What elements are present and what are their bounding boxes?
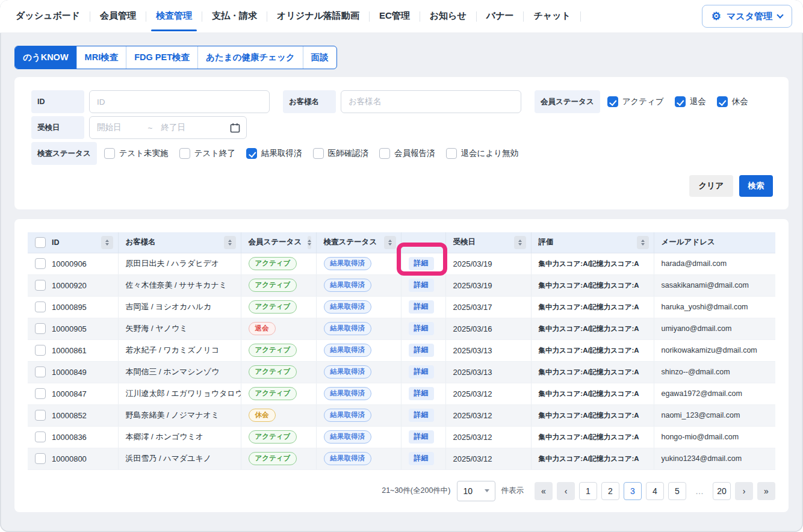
member-status-checkbox-3[interactable]: [717, 96, 728, 107]
nav-item-4[interactable]: 支払・請求: [205, 0, 264, 32]
detail-button[interactable]: 詳細: [409, 452, 434, 465]
search-button[interactable]: 検索: [739, 175, 773, 197]
date-range-input[interactable]: 開始日 ~ 終了日: [89, 116, 247, 139]
test-status-option-6[interactable]: 退会により無効: [446, 148, 518, 159]
page-nav-button-2[interactable]: ‹: [557, 482, 575, 500]
test-status-checkbox-6[interactable]: [446, 148, 457, 159]
page-button-5[interactable]: 5: [668, 482, 686, 500]
calendar-icon[interactable]: [230, 123, 240, 133]
row-checkbox[interactable]: [35, 302, 46, 312]
cell-test-status: 結果取得済: [316, 448, 401, 469]
column-label-email: メールアドレス: [662, 237, 715, 247]
subtab-5[interactable]: 面談: [303, 46, 336, 69]
test-status-option-3[interactable]: 結果取得済: [246, 148, 302, 159]
sort-icon[interactable]: [308, 236, 311, 249]
page-nav-button-1[interactable]: «: [535, 482, 553, 500]
test-status-checkbox-5[interactable]: [379, 148, 390, 159]
table-body: 10000906原田日出夫 / ハラダヒデオアクティブ結果取得済詳細2025/0…: [28, 253, 775, 469]
page-size-unit-label: 件表示: [501, 486, 524, 496]
column-label-test_status: 検査ステータス: [324, 237, 377, 247]
cell-customer-name: 佐々木佳奈美 / ササキカナミ: [118, 274, 241, 296]
clear-button[interactable]: クリア: [689, 175, 733, 197]
subtab-4[interactable]: あたまの健康チェック: [198, 46, 303, 69]
page-button-2[interactable]: 2: [601, 482, 619, 500]
nav-item-1[interactable]: ダッシュボード: [9, 0, 87, 32]
test-status-badge: 結果取得済: [324, 430, 372, 444]
column-header-name: お客様名: [118, 232, 241, 253]
table-row-6: 10000849本間信三 / ホンマシンゾウアクティブ結果取得済詳細2025/0…: [28, 361, 775, 383]
customer-name-input[interactable]: お客様名: [341, 90, 521, 113]
row-checkbox[interactable]: [35, 258, 46, 269]
cell-id: 10000861: [28, 339, 118, 361]
cell-customer-name: 江川遼太郎 / エガワリョウタロウ: [118, 383, 241, 404]
page-button-20[interactable]: 20: [713, 482, 731, 500]
test-status-option-4[interactable]: 医師確認済: [313, 148, 369, 159]
test-status-option-1[interactable]: テスト未実施: [104, 148, 169, 159]
member-status-checkbox-2[interactable]: [675, 96, 686, 107]
page-size-select[interactable]: 10: [457, 481, 495, 501]
row-checkbox[interactable]: [35, 367, 46, 377]
sort-icon[interactable]: [514, 236, 526, 249]
member-status-checkbox-1[interactable]: [607, 96, 618, 107]
filter-row-2: 受検日 開始日 ~ 終了日: [31, 116, 773, 139]
detail-button[interactable]: 詳細: [409, 409, 434, 422]
nav-item-2[interactable]: 会員管理: [93, 0, 143, 32]
nav-item-9[interactable]: チャット: [527, 0, 577, 32]
cell-member-status: アクティブ: [241, 361, 316, 383]
test-status-option-5[interactable]: 会員報告済: [379, 148, 435, 159]
test-status-checkbox-3[interactable]: [246, 148, 257, 159]
page-button-3[interactable]: 3: [624, 482, 642, 500]
nav-item-7[interactable]: お知らせ: [423, 0, 473, 32]
test-status-checkbox-4[interactable]: [313, 148, 324, 159]
subtab-2[interactable]: MRI検査: [77, 46, 127, 69]
cell-score: 集中力スコア:A/記憶力スコア:A: [531, 426, 654, 448]
nav-item-8[interactable]: バナー: [480, 0, 521, 32]
detail-button[interactable]: 詳細: [409, 322, 434, 335]
subtab-3[interactable]: FDG PET検査: [126, 46, 198, 69]
detail-button[interactable]: 詳細: [409, 365, 434, 379]
cell-detail: 詳細: [401, 318, 445, 339]
nav-item-3[interactable]: 検査管理: [149, 0, 199, 32]
test-status-option-label: テスト未実施: [119, 148, 169, 159]
page-size-value: 10: [464, 486, 473, 496]
nav-item-6[interactable]: EC管理: [373, 0, 417, 32]
cell-detail: 詳細: [401, 339, 445, 361]
page-nav-button-10[interactable]: ›: [735, 482, 753, 500]
row-checkbox[interactable]: [35, 345, 46, 356]
nav-item-5[interactable]: オリジナル落語動画: [270, 0, 366, 32]
member-status-option-1[interactable]: アクティブ: [607, 96, 664, 107]
test-status-option-2[interactable]: テスト終了: [179, 148, 235, 159]
test-status-checkbox-2[interactable]: [179, 148, 190, 159]
sort-desc-arrow: [388, 243, 392, 246]
select-all-checkbox[interactable]: [35, 237, 46, 248]
cell-score: 集中力スコア:A/記憶力スコア:A: [531, 253, 654, 274]
row-checkbox[interactable]: [35, 323, 46, 334]
page-button-1[interactable]: 1: [579, 482, 597, 500]
test-status-checkbox-1[interactable]: [104, 148, 115, 159]
master-admin-button[interactable]: ⚙ マスタ管理: [702, 5, 792, 28]
row-checkbox[interactable]: [35, 410, 46, 421]
cell-score: 集中力スコア:A/記憶力スコア:A: [531, 383, 654, 404]
subtab-1[interactable]: のうKNOW: [15, 46, 77, 69]
sort-icon[interactable]: [101, 236, 113, 249]
row-checkbox[interactable]: [35, 453, 46, 464]
member-status-option-2[interactable]: 退会: [675, 96, 706, 107]
detail-button[interactable]: 詳細: [409, 257, 434, 270]
row-checkbox[interactable]: [35, 388, 46, 399]
sort-icon[interactable]: [224, 236, 236, 249]
detail-button[interactable]: 詳細: [409, 344, 434, 357]
member-status-option-3[interactable]: 休会: [717, 96, 748, 107]
detail-button[interactable]: 詳細: [409, 300, 434, 314]
detail-button[interactable]: 詳細: [409, 387, 434, 400]
detail-button[interactable]: 詳細: [409, 430, 434, 444]
detail-button[interactable]: 詳細: [409, 279, 434, 292]
cell-test-status: 結果取得済: [316, 296, 401, 318]
row-checkbox[interactable]: [35, 280, 46, 291]
page-nav-button-11[interactable]: »: [757, 482, 775, 500]
sort-asc-arrow: [641, 240, 645, 242]
page-button-4[interactable]: 4: [646, 482, 664, 500]
row-checkbox[interactable]: [35, 431, 46, 442]
sort-icon[interactable]: [637, 236, 649, 249]
sort-icon[interactable]: [384, 236, 396, 249]
id-input[interactable]: ID: [89, 90, 270, 113]
